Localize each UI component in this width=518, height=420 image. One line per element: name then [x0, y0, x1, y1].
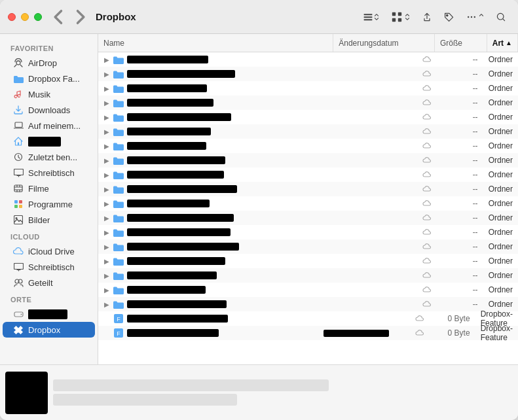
table-row[interactable]: ▶ -- Ordner	[98, 225, 518, 239]
sidebar-item-schreibtisch[interactable]: Schreibtisch	[3, 165, 95, 181]
table-row[interactable]: ▶ -- Ordner	[98, 211, 518, 225]
file-type: Ordner	[483, 113, 518, 122]
file-size: 0 Byte	[426, 314, 475, 323]
table-row[interactable]: ▶ -- Ordner	[98, 254, 518, 268]
expand-arrow[interactable]: ▶	[101, 272, 113, 279]
forward-button[interactable]	[71, 8, 89, 26]
expand-arrow[interactable]: ▶	[101, 301, 113, 308]
expand-arrow[interactable]: ▶	[101, 258, 113, 265]
file-size: --	[433, 228, 483, 237]
expand-arrow[interactable]: ▶	[101, 71, 113, 78]
table-row[interactable]: ▶ -- Ordner	[98, 96, 518, 110]
expand-arrow[interactable]: ▶	[101, 171, 113, 179]
expand-arrow[interactable]: ▶	[101, 143, 113, 150]
tag-button[interactable]	[440, 8, 458, 26]
sidebar-item-dropbox[interactable]: Dropbox	[3, 322, 95, 338]
svg-rect-2	[364, 19, 373, 20]
expand-arrow[interactable]: ▶	[101, 114, 113, 121]
table-row[interactable]: ▶ -- Ordner	[98, 297, 518, 311]
table-row[interactable]: ▶ -- Ordner	[98, 139, 518, 153]
movies-icon	[13, 183, 24, 194]
cloud-icon	[421, 228, 433, 236]
expand-arrow[interactable]: ▶	[101, 157, 113, 164]
home-icon	[13, 136, 24, 147]
svg-rect-17	[14, 200, 18, 203]
expand-arrow[interactable]: ▶	[101, 287, 113, 294]
cloud-icon	[421, 243, 433, 251]
sidebar-item-recent[interactable]: Zuletzt ben...	[3, 149, 95, 165]
sidebar-item-airdrop[interactable]: AirDrop	[3, 55, 95, 71]
airdrop-label: AirDrop	[28, 58, 57, 68]
maximize-button[interactable]	[34, 13, 42, 21]
filename-black	[127, 300, 227, 308]
expand-arrow[interactable]: ▶	[101, 85, 113, 92]
table-row[interactable]: ▶ -- Ordner	[98, 283, 518, 297]
table-row[interactable]: F 0 Byte Dropbox-Feature	[98, 326, 518, 340]
dropbox-icon	[13, 324, 24, 335]
sidebar-item-auf-meinem[interactable]: Auf meinem...	[3, 118, 95, 133]
cloud-icon	[421, 113, 433, 121]
sidebar-item-home[interactable]: ██████	[3, 133, 95, 149]
col-header-date[interactable]: Änderungsdatum	[333, 34, 435, 52]
list-view-button[interactable]	[359, 8, 383, 26]
file-size: --	[433, 69, 483, 79]
sidebar-item-bilder[interactable]: Bilder	[3, 212, 95, 228]
table-row[interactable]: ▶ -- Ordner	[98, 239, 518, 254]
expand-arrow[interactable]: ▶	[101, 200, 113, 207]
sidebar-item-downloads[interactable]: Downloads	[3, 102, 95, 118]
sidebar-item-geteilt[interactable]: Geteilt	[3, 275, 95, 290]
macbook-icon	[13, 120, 24, 131]
table-row[interactable]: ▶ -- Ordner	[98, 110, 518, 124]
svg-rect-6	[398, 18, 401, 21]
back-button[interactable]	[50, 8, 68, 26]
icloud-drive-label: iCloud Drive	[28, 247, 75, 256]
table-row[interactable]: ▶ -- Ordner	[98, 67, 518, 81]
table-row[interactable]: ▶ -- Ordner	[98, 167, 518, 182]
search-button[interactable]	[492, 8, 510, 26]
sidebar-item-musik[interactable]: Musik	[3, 86, 95, 102]
expand-arrow[interactable]: ▶	[101, 99, 113, 107]
sidebar-item-volume[interactable]: ██████████	[3, 306, 95, 322]
table-row[interactable]: ▶ -- Ordner	[98, 52, 518, 67]
cloud-icon	[421, 300, 433, 308]
file-icon	[113, 198, 124, 209]
col-header-name[interactable]: Name	[98, 34, 333, 52]
file-type: Dropbox-Feature	[475, 324, 518, 342]
share-button[interactable]	[418, 8, 436, 26]
grid-view-button[interactable]	[387, 8, 414, 26]
svg-rect-19	[14, 205, 18, 208]
more-button[interactable]	[462, 8, 488, 26]
table-row[interactable]: ▶ -- Ordner	[98, 153, 518, 167]
close-button[interactable]	[8, 13, 16, 21]
table-row[interactable]: F 0 Byte Dropbox-Feature	[98, 311, 518, 326]
file-name-col: ▶	[98, 255, 324, 267]
sidebar-item-filme[interactable]: Filme	[3, 181, 95, 196]
table-row[interactable]: ▶ -- Ordner	[98, 196, 518, 211]
minimize-button[interactable]	[21, 13, 29, 21]
table-row[interactable]: ▶ -- Ordner	[98, 182, 518, 196]
svg-text:F: F	[117, 330, 120, 337]
table-row[interactable]: ▶ -- Ordner	[98, 268, 518, 283]
table-row[interactable]: ▶ -- Ordner	[98, 124, 518, 139]
expand-arrow[interactable]: ▶	[101, 215, 113, 222]
desktop-icon	[13, 167, 24, 178]
expand-arrow[interactable]: ▶	[101, 243, 113, 251]
sidebar-item-icloud-desktop[interactable]: Schreibtisch	[3, 259, 95, 275]
sidebar-item-dropbox-fa[interactable]: Dropbox Fa...	[3, 71, 95, 86]
expand-arrow[interactable]: ▶	[101, 128, 113, 135]
downloads-icon	[13, 105, 24, 115]
col-header-size[interactable]: Größe	[435, 34, 487, 52]
filename-black	[127, 243, 239, 251]
filename-black	[127, 271, 217, 279]
finder-window: Dropbox	[0, 0, 518, 420]
expand-arrow[interactable]: ▶	[101, 56, 113, 63]
table-row[interactable]: ▶ -- Ordner	[98, 81, 518, 96]
sidebar-item-icloud-drive[interactable]: iCloud Drive	[3, 243, 95, 259]
expand-arrow[interactable]: ▶	[101, 186, 113, 193]
col-header-type[interactable]: Art ▲	[487, 34, 518, 52]
file-name-col: ▶	[98, 284, 324, 296]
downloads-label: Downloads	[28, 105, 70, 115]
filme-label: Filme	[28, 184, 49, 194]
expand-arrow[interactable]: ▶	[101, 229, 113, 236]
sidebar-item-programme[interactable]: Programme	[3, 196, 95, 212]
